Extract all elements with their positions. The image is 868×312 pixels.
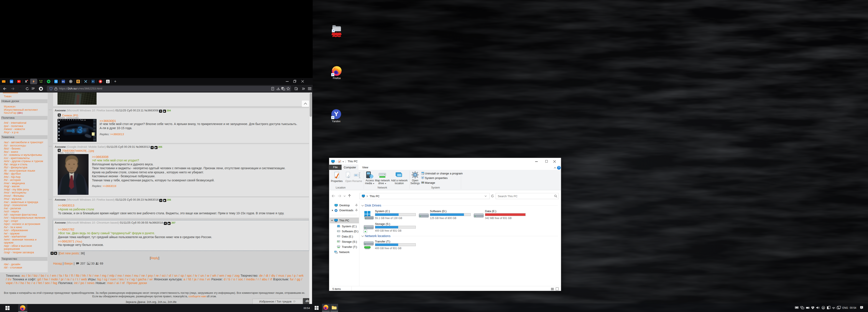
svg-text:a: a: [283, 89, 284, 90]
svg-text:qb: qb: [822, 307, 825, 309]
svg-text:MAL: MAL: [62, 81, 65, 82]
svg-text:X: X: [25, 80, 27, 83]
svg-text:S: S: [55, 80, 57, 83]
svg-text:VK: VK: [10, 81, 12, 83]
